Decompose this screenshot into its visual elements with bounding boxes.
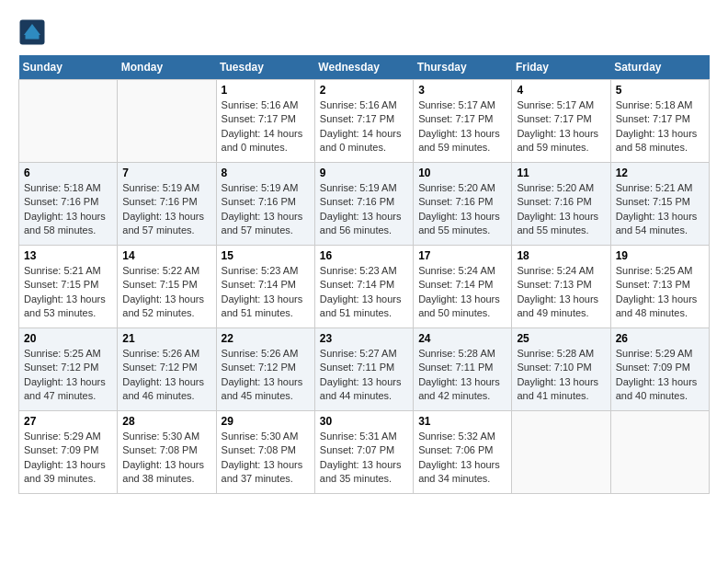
day-number: 9 [320,167,408,179]
day-number: 15 [222,249,310,262]
day-info: Sunrise: 5:21 AMSunset: 7:15 PMDaylight:… [616,181,704,238]
calendar-cell: 28Sunrise: 5:30 AMSunset: 7:08 PMDayligh… [118,411,216,494]
calendar-cell: 8Sunrise: 5:19 AMSunset: 7:16 PMDaylight… [216,163,314,246]
day-info: Sunrise: 5:31 AMSunset: 7:07 PMDaylight:… [320,430,408,487]
day-number: 26 [616,332,704,345]
calendar-cell: 15Sunrise: 5:23 AMSunset: 7:14 PMDayligh… [216,246,314,328]
calendar-cell [118,80,216,163]
day-info: Sunrise: 5:16 AMSunset: 7:17 PMDaylight:… [320,98,408,155]
weekday-header-friday: Friday [512,55,610,80]
calendar-cell: 21Sunrise: 5:26 AMSunset: 7:12 PMDayligh… [118,328,216,411]
day-info: Sunrise: 5:16 AMSunset: 7:17 PMDaylight:… [222,98,310,155]
day-info: Sunrise: 5:28 AMSunset: 7:11 PMDaylight:… [418,347,506,404]
calendar-cell: 29Sunrise: 5:30 AMSunset: 7:08 PMDayligh… [216,411,314,494]
day-number: 24 [418,332,506,345]
day-info: Sunrise: 5:26 AMSunset: 7:12 PMDaylight:… [222,347,310,404]
weekday-header-monday: Monday [118,55,216,80]
calendar-cell: 25Sunrise: 5:28 AMSunset: 7:10 PMDayligh… [512,328,610,411]
svg-rect-2 [26,35,40,40]
calendar-cell: 14Sunrise: 5:22 AMSunset: 7:15 PMDayligh… [118,246,216,328]
day-number: 27 [24,415,112,428]
calendar-cell [19,80,118,163]
day-number: 7 [122,167,210,179]
weekday-header-saturday: Saturday [610,55,709,80]
calendar-cell: 9Sunrise: 5:19 AMSunset: 7:16 PMDaylight… [314,163,413,246]
day-number: 19 [616,249,704,262]
calendar-cell: 3Sunrise: 5:17 AMSunset: 7:17 PMDaylight… [414,80,512,163]
day-info: Sunrise: 5:24 AMSunset: 7:13 PMDaylight:… [517,264,605,321]
day-number: 16 [320,249,408,262]
day-info: Sunrise: 5:30 AMSunset: 7:08 PMDaylight:… [122,430,210,487]
weekday-header-row: SundayMondayTuesdayWednesdayThursdayFrid… [19,55,710,80]
day-info: Sunrise: 5:20 AMSunset: 7:16 PMDaylight:… [517,181,605,238]
calendar-cell: 20Sunrise: 5:25 AMSunset: 7:12 PMDayligh… [19,328,118,411]
calendar-cell: 24Sunrise: 5:28 AMSunset: 7:11 PMDayligh… [414,328,512,411]
day-number: 29 [222,415,310,428]
day-info: Sunrise: 5:26 AMSunset: 7:12 PMDaylight:… [122,347,210,404]
day-number: 4 [517,84,605,97]
calendar-cell: 26Sunrise: 5:29 AMSunset: 7:09 PMDayligh… [610,328,709,411]
day-number: 20 [24,332,112,345]
day-info: Sunrise: 5:25 AMSunset: 7:12 PMDaylight:… [24,347,112,404]
calendar-cell [512,411,610,494]
day-number: 22 [222,332,310,345]
week-row-3: 13Sunrise: 5:21 AMSunset: 7:15 PMDayligh… [19,246,710,328]
day-info: Sunrise: 5:20 AMSunset: 7:16 PMDaylight:… [418,181,506,238]
calendar-cell: 16Sunrise: 5:23 AMSunset: 7:14 PMDayligh… [314,246,413,328]
day-info: Sunrise: 5:18 AMSunset: 7:16 PMDaylight:… [24,181,112,238]
day-info: Sunrise: 5:21 AMSunset: 7:15 PMDaylight:… [24,264,112,321]
day-number: 5 [616,84,704,97]
week-row-2: 6Sunrise: 5:18 AMSunset: 7:16 PMDaylight… [19,163,710,246]
day-number: 12 [616,167,704,179]
calendar-cell: 5Sunrise: 5:18 AMSunset: 7:17 PMDaylight… [610,80,709,163]
day-info: Sunrise: 5:28 AMSunset: 7:10 PMDaylight:… [517,347,605,404]
day-info: Sunrise: 5:18 AMSunset: 7:17 PMDaylight:… [616,98,704,155]
calendar-cell: 17Sunrise: 5:24 AMSunset: 7:14 PMDayligh… [414,246,512,328]
weekday-header-thursday: Thursday [414,55,512,80]
day-number: 30 [320,415,408,428]
day-number: 11 [517,167,605,179]
day-info: Sunrise: 5:19 AMSunset: 7:16 PMDaylight:… [222,181,310,238]
day-info: Sunrise: 5:23 AMSunset: 7:14 PMDaylight:… [222,264,310,321]
calendar-cell: 23Sunrise: 5:27 AMSunset: 7:11 PMDayligh… [314,328,413,411]
weekday-header-wednesday: Wednesday [314,55,413,80]
day-info: Sunrise: 5:19 AMSunset: 7:16 PMDaylight:… [320,181,408,238]
day-info: Sunrise: 5:17 AMSunset: 7:17 PMDaylight:… [418,98,506,155]
calendar-cell: 30Sunrise: 5:31 AMSunset: 7:07 PMDayligh… [314,411,413,494]
calendar-cell: 22Sunrise: 5:26 AMSunset: 7:12 PMDayligh… [216,328,314,411]
weekday-header-sunday: Sunday [19,55,118,80]
day-number: 8 [222,167,310,179]
calendar-cell: 2Sunrise: 5:16 AMSunset: 7:17 PMDaylight… [314,80,413,163]
day-info: Sunrise: 5:32 AMSunset: 7:06 PMDaylight:… [418,430,506,487]
calendar-cell: 6Sunrise: 5:18 AMSunset: 7:16 PMDaylight… [19,163,118,246]
day-info: Sunrise: 5:25 AMSunset: 7:13 PMDaylight:… [616,264,704,321]
calendar-cell: 10Sunrise: 5:20 AMSunset: 7:16 PMDayligh… [414,163,512,246]
day-info: Sunrise: 5:22 AMSunset: 7:15 PMDaylight:… [122,264,210,321]
day-number: 28 [122,415,210,428]
day-number: 10 [418,167,506,179]
calendar-cell: 1Sunrise: 5:16 AMSunset: 7:17 PMDaylight… [216,80,314,163]
calendar-cell: 7Sunrise: 5:19 AMSunset: 7:16 PMDaylight… [118,163,216,246]
day-number: 23 [320,332,408,345]
day-number: 18 [517,249,605,262]
day-number: 17 [418,249,506,262]
calendar-cell [610,411,709,494]
calendar-cell: 19Sunrise: 5:25 AMSunset: 7:13 PMDayligh… [610,246,709,328]
day-info: Sunrise: 5:29 AMSunset: 7:09 PMDaylight:… [24,430,112,487]
day-number: 3 [418,84,506,97]
day-number: 25 [517,332,605,345]
calendar-cell: 11Sunrise: 5:20 AMSunset: 7:16 PMDayligh… [512,163,610,246]
page-header [18,18,710,46]
day-number: 2 [320,84,408,97]
logo [18,18,51,46]
day-info: Sunrise: 5:29 AMSunset: 7:09 PMDaylight:… [616,347,704,404]
day-info: Sunrise: 5:27 AMSunset: 7:11 PMDaylight:… [320,347,408,404]
calendar-cell: 4Sunrise: 5:17 AMSunset: 7:17 PMDaylight… [512,80,610,163]
day-info: Sunrise: 5:24 AMSunset: 7:14 PMDaylight:… [418,264,506,321]
week-row-4: 20Sunrise: 5:25 AMSunset: 7:12 PMDayligh… [19,328,710,411]
calendar-table: SundayMondayTuesdayWednesdayThursdayFrid… [18,55,710,494]
day-info: Sunrise: 5:23 AMSunset: 7:14 PMDaylight:… [320,264,408,321]
calendar-cell: 13Sunrise: 5:21 AMSunset: 7:15 PMDayligh… [19,246,118,328]
day-info: Sunrise: 5:19 AMSunset: 7:16 PMDaylight:… [122,181,210,238]
calendar-cell: 12Sunrise: 5:21 AMSunset: 7:15 PMDayligh… [610,163,709,246]
